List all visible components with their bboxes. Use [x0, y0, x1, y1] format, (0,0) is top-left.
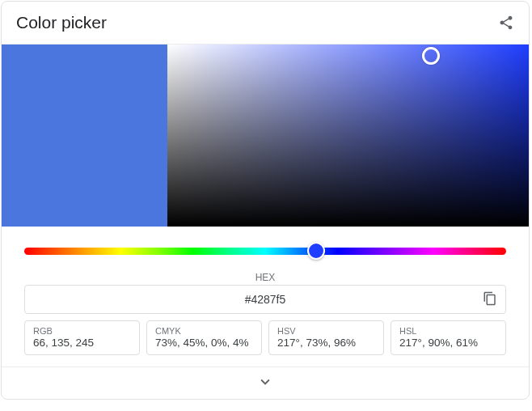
copy-icon[interactable]	[483, 291, 499, 307]
hsl-value: 217°, 90%, 61%	[399, 337, 497, 349]
saturation-value-panel[interactable]	[167, 44, 529, 227]
rgb-label: RGB	[33, 326, 131, 336]
hsv-input[interactable]: HSV 217°, 73%, 96%	[268, 320, 384, 355]
sv-cursor[interactable]	[422, 47, 440, 65]
controls: HEX #4287f5 RGB 66, 135, 245 CMYK 73%, 4…	[2, 227, 529, 367]
header: Color picker	[2, 2, 529, 44]
hex-input[interactable]: #4287f5	[24, 285, 506, 314]
rgb-value: 66, 135, 245	[33, 337, 131, 349]
color-picker-card: Color picker HEX #4287f5	[1, 1, 530, 400]
cmyk-input[interactable]: CMYK 73%, 45%, 0%, 4%	[146, 320, 262, 355]
page-title: Color picker	[16, 13, 107, 32]
hsv-value: 217°, 73%, 96%	[277, 337, 375, 349]
hue-slider[interactable]	[24, 241, 506, 261]
color-swatch	[2, 44, 167, 227]
cmyk-label: CMYK	[155, 326, 253, 336]
hue-thumb[interactable]	[307, 242, 325, 260]
picker-area	[2, 44, 529, 227]
black-gradient	[167, 44, 529, 227]
hue-track	[24, 248, 506, 255]
cmyk-value: 73%, 45%, 0%, 4%	[155, 337, 253, 349]
chevron-down-icon	[256, 373, 274, 394]
hex-label: HEX	[24, 272, 506, 283]
hsv-label: HSV	[277, 326, 375, 336]
expand-button[interactable]	[2, 367, 529, 399]
formats-row: RGB 66, 135, 245 CMYK 73%, 45%, 0%, 4% H…	[24, 320, 506, 367]
hsl-input[interactable]: HSL 217°, 90%, 61%	[391, 320, 506, 355]
hex-value: #4287f5	[245, 293, 286, 306]
rgb-input[interactable]: RGB 66, 135, 245	[24, 320, 140, 355]
hsl-label: HSL	[399, 326, 497, 336]
share-icon[interactable]	[498, 15, 514, 31]
hex-row: HEX #4287f5	[24, 272, 506, 314]
